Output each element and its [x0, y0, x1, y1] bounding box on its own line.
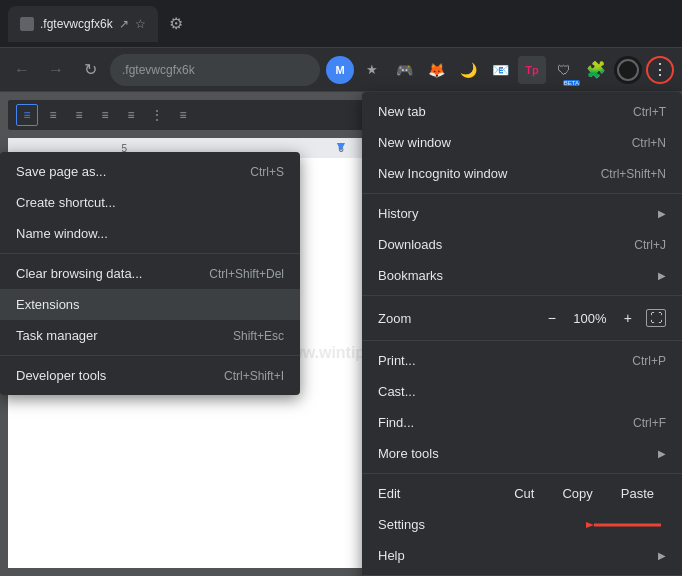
- divider-right-1: [362, 193, 682, 194]
- new-incognito-item[interactable]: New Incognito window Ctrl+Shift+N: [362, 158, 682, 189]
- help-arrow: ▶: [658, 550, 666, 561]
- copy-button[interactable]: Copy: [550, 482, 604, 505]
- paste-button[interactable]: Paste: [609, 482, 666, 505]
- print-item[interactable]: Print... Ctrl+P: [362, 345, 682, 376]
- downloads-item[interactable]: Downloads Ctrl+J: [362, 229, 682, 260]
- extensions-item[interactable]: Extensions: [0, 289, 300, 320]
- help-item[interactable]: Help ▶: [362, 540, 682, 571]
- developer-tools-item[interactable]: Developer tools Ctrl+Shift+I: [0, 360, 300, 391]
- align-center-icon[interactable]: ≡: [42, 104, 64, 126]
- extension-star[interactable]: ★: [358, 56, 386, 84]
- reload-icon: ↻: [84, 60, 97, 79]
- settings-icon[interactable]: ⚙: [162, 10, 190, 38]
- extension-puzzle[interactable]: 🧩: [582, 56, 610, 84]
- address-bar[interactable]: .fgtevwcgfx6k: [110, 54, 320, 86]
- align-left-icon[interactable]: ≡: [16, 104, 38, 126]
- extension-beta[interactable]: 🛡 BETA: [550, 56, 578, 84]
- extension-m[interactable]: M: [326, 56, 354, 84]
- developer-tools-label: Developer tools: [16, 368, 106, 383]
- cast-item[interactable]: Cast...: [362, 376, 682, 407]
- extensions-area: M ★ 🎮 🦊 🌙 📧 Tp 🛡 BETA 🧩 ⋮: [326, 56, 674, 84]
- cast-label: Cast...: [378, 384, 416, 399]
- more-tools-label: More tools: [378, 446, 439, 461]
- find-label: Find...: [378, 415, 414, 430]
- clear-shortcut: Ctrl+Shift+Del: [209, 267, 284, 281]
- history-arrow: ▶: [658, 208, 666, 219]
- indent-icon[interactable]: ≡: [172, 104, 194, 126]
- print-label: Print...: [378, 353, 416, 368]
- settings-red-arrow: [586, 512, 666, 538]
- help-label: Help: [378, 548, 405, 563]
- settings-label: Settings: [378, 517, 425, 532]
- main-content: ≡ ≡ ≡ ≡ ≡ ⋮ ≡ 5 6 ▼ 7 www.wintips.org Sa…: [0, 92, 682, 576]
- align-right-icon[interactable]: ≡: [68, 104, 90, 126]
- extension-t[interactable]: Tp: [518, 56, 546, 84]
- downloads-label: Downloads: [378, 237, 442, 252]
- create-shortcut-item[interactable]: Create shortcut...: [0, 187, 300, 218]
- extension-moon[interactable]: 🌙: [454, 56, 482, 84]
- align-justify-icon[interactable]: ≡: [94, 104, 116, 126]
- active-tab[interactable]: .fgtevwcgfx6k ↗ ☆: [8, 6, 158, 42]
- address-text: .fgtevwcgfx6k: [122, 63, 195, 77]
- right-context-menu: New tab Ctrl+T New window Ctrl+N New Inc…: [362, 92, 682, 576]
- edit-row: Edit Cut Copy Paste: [362, 478, 682, 509]
- cut-button[interactable]: Cut: [502, 482, 546, 505]
- more-tools-arrow: ▶: [658, 448, 666, 459]
- tab-share-icon: ↗: [119, 17, 129, 31]
- divider-1: [0, 253, 300, 254]
- new-tab-label: New tab: [378, 104, 426, 119]
- create-shortcut-label: Create shortcut...: [16, 195, 116, 210]
- divider-right-3: [362, 340, 682, 341]
- profile-avatar[interactable]: [614, 56, 642, 84]
- forward-icon: →: [48, 61, 64, 79]
- task-manager-item[interactable]: Task manager Shift+Esc: [0, 320, 300, 351]
- zoom-minus-button[interactable]: −: [542, 308, 562, 328]
- three-dot-icon: ⋮: [652, 60, 669, 79]
- three-dot-menu-button[interactable]: ⋮: [646, 56, 674, 84]
- dev-tools-shortcut: Ctrl+Shift+I: [224, 369, 284, 383]
- bookmarks-item[interactable]: Bookmarks ▶: [362, 260, 682, 291]
- task-manager-label: Task manager: [16, 328, 98, 343]
- print-shortcut: Ctrl+P: [632, 354, 666, 368]
- new-tab-shortcut: Ctrl+T: [633, 105, 666, 119]
- reload-button[interactable]: ↻: [76, 56, 104, 84]
- zoom-plus-button[interactable]: +: [618, 308, 638, 328]
- back-icon: ←: [14, 61, 30, 79]
- new-incognito-shortcut: Ctrl+Shift+N: [601, 167, 666, 181]
- edit-actions: Cut Copy Paste: [502, 482, 666, 505]
- list-icon[interactable]: ≡: [120, 104, 142, 126]
- find-shortcut: Ctrl+F: [633, 416, 666, 430]
- zoom-controls: − 100% + ⛶: [542, 308, 666, 328]
- more-icon[interactable]: ⋮: [146, 104, 168, 126]
- more-tools-item[interactable]: More tools ▶: [362, 438, 682, 469]
- edit-label: Edit: [378, 486, 502, 501]
- settings-item[interactable]: Settings: [362, 509, 682, 540]
- extension-fox[interactable]: 🦊: [422, 56, 450, 84]
- tab-favicon: [20, 17, 34, 31]
- back-button[interactable]: ←: [8, 56, 36, 84]
- forward-button[interactable]: →: [42, 56, 70, 84]
- find-item[interactable]: Find... Ctrl+F: [362, 407, 682, 438]
- left-context-menu: Save page as... Ctrl+S Create shortcut..…: [0, 152, 300, 395]
- save-page-as-label: Save page as...: [16, 164, 106, 179]
- zoom-fullscreen-button[interactable]: ⛶: [646, 309, 666, 327]
- tab-title: .fgtevwcgfx6k: [40, 17, 113, 31]
- history-label: History: [378, 206, 418, 221]
- name-window-item[interactable]: Name window...: [0, 218, 300, 249]
- new-window-shortcut: Ctrl+N: [632, 136, 666, 150]
- divider-right-2: [362, 295, 682, 296]
- new-window-item[interactable]: New window Ctrl+N: [362, 127, 682, 158]
- task-manager-shortcut: Shift+Esc: [233, 329, 284, 343]
- divider-2: [0, 355, 300, 356]
- zoom-label: Zoom: [378, 311, 411, 326]
- clear-browsing-label: Clear browsing data...: [16, 266, 142, 281]
- clear-browsing-data-item[interactable]: Clear browsing data... Ctrl+Shift+Del: [0, 258, 300, 289]
- tab-bookmark-icon: ☆: [135, 17, 146, 31]
- new-window-label: New window: [378, 135, 451, 150]
- history-item[interactable]: History ▶: [362, 198, 682, 229]
- new-tab-item[interactable]: New tab Ctrl+T: [362, 96, 682, 127]
- save-page-as-item[interactable]: Save page as... Ctrl+S: [0, 156, 300, 187]
- extension-gaming[interactable]: 🎮: [390, 56, 418, 84]
- extension-email[interactable]: 📧: [486, 56, 514, 84]
- bookmarks-arrow: ▶: [658, 270, 666, 281]
